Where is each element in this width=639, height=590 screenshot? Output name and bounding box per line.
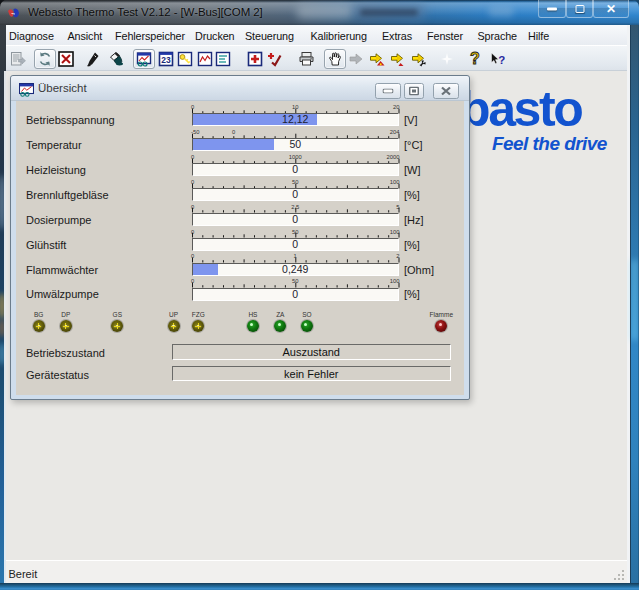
svg-text:?: ? (498, 53, 505, 65)
svg-text:?: ? (470, 50, 480, 67)
svg-text:23: 23 (161, 55, 171, 65)
